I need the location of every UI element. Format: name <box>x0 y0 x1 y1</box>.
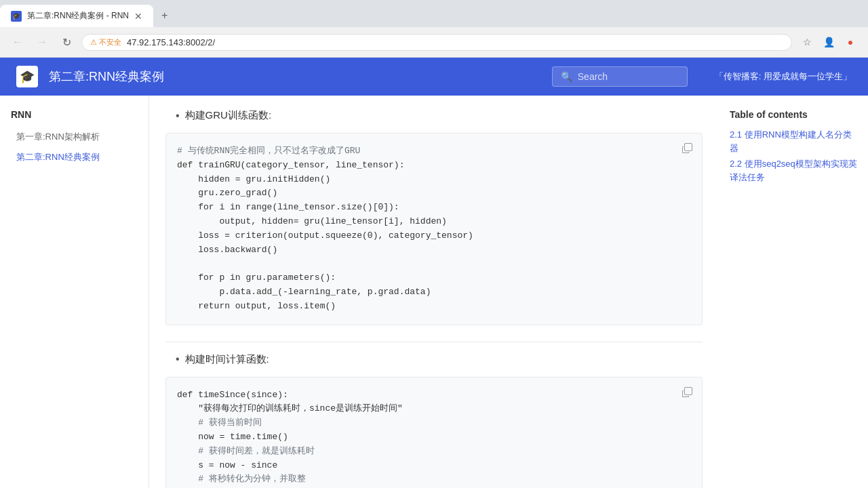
code-line-8 <box>177 257 691 271</box>
toc-item-2[interactable]: 2.2 使用seq2seq模型架构实现英译法任务 <box>730 157 857 184</box>
main-layout: RNN 第一章:RNN架构解析 第二章:RNN经典案例 • 构建GRU训练函数: <box>0 96 868 488</box>
site-logo: 🎓 <box>16 66 38 87</box>
bullet-section-gru: • 构建GRU训练函数: <box>165 109 703 122</box>
code-line-6: loss = criterion(output.squeeze(0), cate… <box>177 229 691 243</box>
code-line-10: p.data.add_(-learning_rate, p.grad.data) <box>177 285 691 300</box>
sidebar-item-chapter2[interactable]: 第二章:RNN经典案例 <box>11 148 138 166</box>
bullet-line-gru: • 构建GRU训练函数: <box>176 109 271 122</box>
header-user-text: 「传智播客: 用爱成就每一位学生」 <box>715 70 852 83</box>
time-code-line-1: def timeSince(since): <box>177 388 691 403</box>
back-button[interactable]: ← <box>8 33 27 52</box>
search-icon: 🔍 <box>561 71 572 82</box>
extension-button[interactable]: ● <box>841 33 860 52</box>
main-content: • 构建GRU训练函数: # 与传统RNN完全相同，只不过名字改成了GRU de… <box>149 96 719 488</box>
address-bar[interactable]: ⚠ 不安全 47.92.175.143:8002/2/ <box>81 34 792 51</box>
copy-button-time[interactable] <box>677 383 696 402</box>
forward-button[interactable]: → <box>33 33 52 52</box>
tab-favicon: 🎓 <box>11 11 22 22</box>
code-line-1: def trainGRU(category_tensor, line_tenso… <box>177 159 691 173</box>
section-label-time: 构建时间计算函数: <box>185 353 269 366</box>
code-block-gru: # 与传统RNN完全相同，只不过名字改成了GRU def trainGRU(ca… <box>165 133 703 325</box>
code-line-11: return output, loss.item() <box>177 300 691 314</box>
time-code-line-4: now = time.time() <box>177 430 691 445</box>
time-code-line-7: # 将秒转化为分钟，并取整 <box>177 472 691 487</box>
bookmark-button[interactable]: ☆ <box>797 33 816 52</box>
bullet-line-time: • 构建时间计算函数: <box>176 353 269 366</box>
code-line-2: hidden = gru.initHidden() <box>177 173 691 187</box>
address-text: 47.92.175.143:8002/2/ <box>127 37 783 47</box>
bullet-section-time: • 构建时间计算函数: <box>165 353 703 366</box>
section-gru-train: • 构建GRU训练函数: # 与传统RNN完全相同，只不过名字改成了GRU de… <box>165 109 703 325</box>
security-warning: ⚠ 不安全 <box>90 37 121 47</box>
code-line-4: for i in range(line_tensor.size()[0]): <box>177 201 691 215</box>
time-code-line-5: # 获得时间差，就是训练耗时 <box>177 445 691 459</box>
header-search[interactable]: 🔍 Search <box>552 66 688 87</box>
site-header: 🎓 第二章:RNN经典案例 🔍 Search 「传智播客: 用爱成就每一位学生」 <box>0 58 868 96</box>
toc-panel: Table of contents 2.1 使用RNN模型构建人名分类器 2.2… <box>719 96 868 488</box>
code-comment-gru: # 与传统RNN完全相同，只不过名字改成了GRU <box>177 144 691 159</box>
time-code-line-2: "获得每次打印的训练耗时，since是训练开始时间" <box>177 402 691 416</box>
warning-icon: ⚠ <box>90 38 97 47</box>
sidebar-item-chapter1[interactable]: 第一章:RNN架构解析 <box>11 128 138 146</box>
browser-tabs: 🎓 第二章:RNN经典案例 - RNN ✕ + <box>0 0 868 27</box>
tab-title: 第二章:RNN经典案例 - RNN <box>27 10 129 22</box>
bullet-dot-2: • <box>176 353 180 365</box>
code-line-5: output, hidden= gru(line_tensor[i], hidd… <box>177 215 691 229</box>
copy-button-gru[interactable] <box>677 139 696 158</box>
bullet-dot: • <box>176 110 180 122</box>
browser-chrome: 🎓 第二章:RNN经典案例 - RNN ✕ + ← → ↻ ⚠ 不安全 47.9… <box>0 0 868 58</box>
time-code-line-3: # 获得当前时间 <box>177 416 691 430</box>
browser-toolbar: ← → ↻ ⚠ 不安全 47.92.175.143:8002/2/ ☆ 👤 ● <box>0 27 868 57</box>
toc-item-1[interactable]: 2.1 使用RNN模型构建人名分类器 <box>730 128 857 155</box>
tab-close-button[interactable]: ✕ <box>134 11 142 22</box>
new-tab-button[interactable]: + <box>153 4 176 27</box>
section-divider <box>165 342 703 342</box>
site-title: 第二章:RNN经典案例 <box>49 68 164 85</box>
toolbar-icons: ☆ 👤 ● <box>797 33 860 52</box>
toc-title: Table of contents <box>730 109 857 120</box>
active-tab[interactable]: 🎓 第二章:RNN经典案例 - RNN ✕ <box>0 5 153 27</box>
user-account-button[interactable]: 👤 <box>819 33 838 52</box>
code-block-time: def timeSince(since): "获得每次打印的训练耗时，since… <box>165 377 703 488</box>
time-code-line-6: s = now - since <box>177 459 691 473</box>
section-time-func: • 构建时间计算函数: def timeSince(since): "获得每次打… <box>165 353 703 488</box>
search-input-placeholder: Search <box>578 71 608 82</box>
section-label-gru: 构建GRU训练函数: <box>185 109 272 122</box>
code-line-9: for p in gru.parameters(): <box>177 271 691 285</box>
code-line-7: loss.backward() <box>177 243 691 258</box>
reload-button[interactable]: ↻ <box>57 33 76 52</box>
sidebar-section-title: RNN <box>11 109 138 120</box>
code-line-3: gru.zero_grad() <box>177 186 691 201</box>
sidebar: RNN 第一章:RNN架构解析 第二章:RNN经典案例 <box>0 96 149 488</box>
